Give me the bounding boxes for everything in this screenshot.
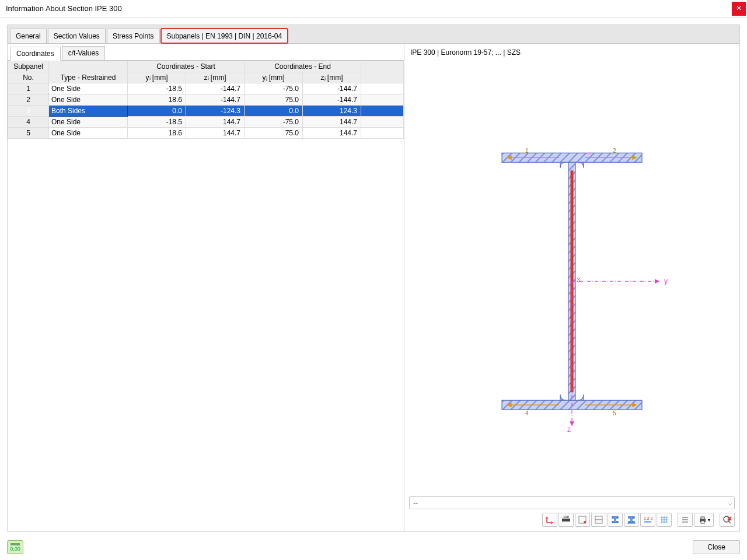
viewer-toolbar: 100 1 2 3 ▾ — [404, 510, 739, 531]
col-zj: zⱼ [mm] — [303, 72, 361, 83]
svg-marker-20 — [655, 279, 659, 284]
svg-rect-30 — [644, 521, 651, 523]
col-yi: yᵢ [mm] — [128, 72, 186, 83]
table-row[interactable]: 4 One Side -18.5 144.7 -75.0 144.7 — [8, 117, 404, 128]
axis-y-label: y — [664, 277, 668, 285]
subtab-coordinates[interactable]: Coordinates — [10, 47, 61, 61]
subtab-ct-values[interactable]: c/t-Values — [62, 46, 105, 60]
svg-rect-22 — [562, 519, 570, 522]
axis-z-label: z — [567, 425, 571, 433]
data-table-wrap: Subpanel Type - Restrained Coordinates -… — [8, 60, 404, 531]
tool-section-dim-icon[interactable] — [624, 513, 639, 527]
toolbar-separator — [673, 513, 676, 527]
svg-text:1: 1 — [525, 148, 529, 154]
left-pane: Coordinates c/t-Values — [8, 44, 404, 531]
col-coords-start: Coordinates - Start — [128, 61, 245, 72]
svg-text:100: 100 — [563, 515, 570, 519]
svg-rect-42 — [701, 521, 704, 523]
col-yj: yⱼ [mm] — [245, 72, 303, 83]
selector-dropdown[interactable]: -- ⌵ — [409, 496, 735, 509]
svg-line-44 — [728, 521, 731, 523]
tool-print-icon[interactable]: ▾ — [694, 513, 714, 527]
chevron-down-icon: ▾ — [708, 517, 710, 523]
primary-tabstrip: General Section Values Stress Points Sub… — [8, 25, 739, 43]
dropdown-value: -- — [413, 499, 418, 507]
svg-text:2: 2 — [613, 148, 616, 154]
tool-axes-icon[interactable] — [542, 513, 557, 527]
table-body: 1 One Side -18.5 -144.7 -75.0 -144.7 2 O… — [8, 83, 404, 139]
svg-text:1 2 3: 1 2 3 — [644, 516, 652, 520]
tool-stress-points-icon[interactable] — [575, 513, 590, 527]
col-coords-end: Coordinates - End — [245, 61, 361, 72]
svg-text:5: 5 — [613, 410, 616, 416]
tool-section-icon[interactable] — [608, 513, 623, 527]
tab-subpanels[interactable]: Subpanels | EN 1993 | DIN | 2016-04 — [161, 29, 288, 43]
section-viewer[interactable]: 1 2 4 5 3 y z — [408, 60, 736, 494]
subtab-strip: Coordinates c/t-Values — [8, 44, 404, 60]
svg-point-25 — [584, 521, 586, 523]
tab-stress-points[interactable]: Stress Points — [107, 29, 160, 43]
window-titlebar: Information About Section IPE 300 ✕ — [0, 0, 747, 18]
window-title: Information About Section IPE 300 — [6, 4, 122, 13]
web-label: 3 — [577, 277, 580, 284]
toolbar-separator — [715, 513, 718, 527]
tool-ruler-icon[interactable]: 100 — [558, 513, 574, 527]
col-subpanel-top: Subpanel — [8, 61, 49, 72]
right-pane: IPE 300 | Euronorm 19-57; ... | SZS — [404, 44, 739, 531]
table-row-selected[interactable]: 3 Both Sides 0.0 -124.3 0.0 124.3 — [8, 106, 404, 117]
window-close-button[interactable]: ✕ — [732, 2, 746, 16]
content-area: Coordinates c/t-Values — [8, 43, 739, 531]
col-zi: zᵢ [mm] — [186, 72, 245, 83]
tab-general[interactable]: General — [10, 29, 47, 43]
tool-reset-icon[interactable] — [720, 513, 735, 527]
main-panel: General Section Values Stress Points Sub… — [7, 24, 740, 532]
footer-bar: 0,00 Close — [7, 540, 740, 554]
viewer-caption: IPE 300 | Euronorm 19-57; ... | SZS — [404, 44, 739, 59]
close-button[interactable]: Close — [693, 540, 740, 554]
tool-grid-icon[interactable] — [657, 513, 672, 527]
table-row[interactable]: 2 One Side 18.6 -144.7 75.0 -144.7 — [8, 94, 404, 106]
tool-ct-icon[interactable] — [591, 513, 606, 527]
col-spacer — [361, 61, 404, 83]
tool-numbers-icon[interactable]: 1 2 3 — [640, 513, 655, 527]
table-row[interactable]: 5 One Side 18.6 144.7 75.0 144.7 — [8, 128, 404, 139]
col-subpanel-bot: No. — [8, 72, 49, 83]
tab-section-values[interactable]: Section Values — [48, 29, 106, 43]
table-row[interactable]: 1 One Side -18.5 -144.7 -75.0 -144.7 — [8, 83, 404, 94]
tool-list-icon[interactable] — [678, 513, 693, 527]
col-type: Type - Restrained — [49, 61, 128, 83]
units-button[interactable]: 0,00 — [7, 540, 23, 554]
chevron-down-icon: ⌵ — [728, 500, 732, 506]
i-beam-drawing: 1 2 4 5 3 y z — [467, 106, 677, 435]
svg-rect-41 — [701, 517, 704, 519]
subpanels-table[interactable]: Subpanel Type - Restrained Coordinates -… — [8, 61, 404, 139]
svg-text:4: 4 — [525, 410, 529, 416]
